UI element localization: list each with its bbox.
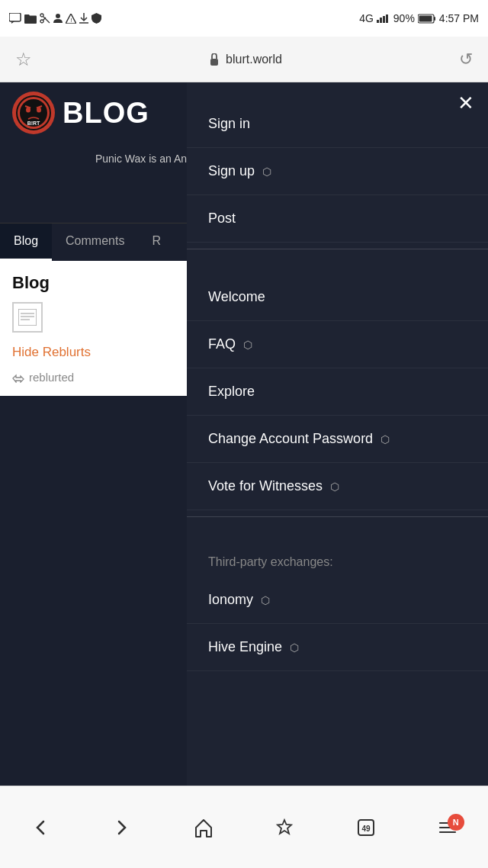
signin-label: Sign in <box>208 116 250 132</box>
menu-item-post[interactable]: Post <box>187 195 488 243</box>
url-text[interactable]: blurt.world <box>226 53 282 66</box>
svg-text:49: 49 <box>361 825 371 833</box>
person-icon <box>53 13 63 24</box>
menu-section-primary: Sign in Sign up ⬡ Post <box>187 82 488 243</box>
menu-button[interactable]: N <box>437 817 458 838</box>
menu-item-signin[interactable]: Sign in <box>187 101 488 148</box>
lock-icon <box>209 53 220 66</box>
tab-comments[interactable]: Comments <box>52 223 138 261</box>
tabs-icon: 49 <box>355 817 377 838</box>
svg-point-1 <box>40 14 43 17</box>
bookmark-button[interactable] <box>274 817 295 838</box>
star-bookmark-icon <box>274 817 295 838</box>
signal-bars-icon <box>377 14 390 23</box>
svg-rect-0 <box>9 13 21 21</box>
forward-button[interactable] <box>111 817 133 838</box>
hive-engine-external-icon: ⬡ <box>290 641 299 654</box>
chat-icon <box>9 13 21 24</box>
svg-rect-10 <box>380 18 382 23</box>
browser-bar: ☆ blurt.world ↺ <box>0 37 488 82</box>
status-bar: ! 4G 90% 4:57 PM <box>0 0 488 37</box>
bottom-nav: 49 N <box>0 786 488 868</box>
explore-label: Explore <box>208 384 255 400</box>
change-password-external-icon: ⬡ <box>380 433 390 445</box>
signup-label: Sign up <box>208 163 255 179</box>
menu-section-secondary: Welcome FAQ ⬡ Explore Change Account Pas… <box>187 274 488 510</box>
logo-face-svg: B!RT <box>17 96 50 130</box>
back-icon <box>30 817 51 838</box>
menu-item-vote-witnesses[interactable]: Vote for Witnesses ⬡ <box>187 463 488 510</box>
svg-rect-15 <box>419 15 432 21</box>
menu-divider-2 <box>187 516 488 517</box>
menu-divider-1 <box>187 249 488 249</box>
folder-icon <box>24 14 37 24</box>
reblurt-icon <box>12 372 24 383</box>
shield-icon <box>92 13 101 24</box>
tabs-button[interactable]: 49 <box>355 817 377 838</box>
menu-section-thirdparty: Third-party exchanges: Ionomy ⬡ Hive Eng… <box>187 542 488 671</box>
svg-rect-12 <box>386 14 388 23</box>
menu-item-change-password[interactable]: Change Account Password ⬡ <box>187 416 488 463</box>
svg-text:B!RT: B!RT <box>27 121 40 126</box>
menu-item-hive-engine[interactable]: Hive Engine ⬡ <box>187 624 488 671</box>
article-icon <box>18 309 37 326</box>
blog-title: BLOG <box>63 97 149 130</box>
forward-icon <box>111 817 133 838</box>
blurt-logo: B!RT <box>12 92 55 134</box>
status-icons-right: 4G 90% 4:57 PM <box>359 12 479 24</box>
change-password-label: Change Account Password <box>208 431 373 447</box>
menu-spacer-1 <box>187 256 488 274</box>
warning-icon: ! <box>66 14 76 24</box>
signup-external-icon: ⬡ <box>262 166 271 178</box>
signal-icon: 4G <box>359 12 374 24</box>
battery-icon <box>418 14 436 24</box>
svg-rect-26 <box>18 309 37 326</box>
svg-rect-9 <box>377 20 379 23</box>
download-icon <box>79 13 88 24</box>
home-icon <box>193 817 214 838</box>
reblurted-text: reblurted <box>29 371 74 384</box>
menu-item-welcome[interactable]: Welcome <box>187 274 488 321</box>
home-button[interactable] <box>193 817 214 838</box>
notification-badge: N <box>448 814 464 831</box>
time: 4:57 PM <box>439 12 479 24</box>
vote-witnesses-label: Vote for Witnesses <box>208 478 323 494</box>
svg-point-5 <box>56 14 60 18</box>
svg-text:!: ! <box>70 17 72 24</box>
hive-engine-label: Hive Engine <box>208 639 282 655</box>
back-button[interactable] <box>30 817 51 838</box>
browser-bookmark-icon[interactable]: ☆ <box>15 49 32 70</box>
ionomy-external-icon: ⬡ <box>261 594 270 606</box>
refresh-icon[interactable]: ↺ <box>459 50 473 69</box>
ionomy-label: Ionomy <box>208 592 253 608</box>
svg-rect-16 <box>210 59 218 66</box>
vote-witnesses-external-icon: ⬡ <box>330 481 339 493</box>
menu-item-signup[interactable]: Sign up ⬡ <box>187 148 488 195</box>
menu-item-ionomy[interactable]: Ionomy ⬡ <box>187 577 488 624</box>
overlay-menu: ✕ Sign in Sign up ⬡ Post Welcome FAQ ⬡ E… <box>187 82 488 868</box>
status-icons-left: ! <box>9 13 101 24</box>
url-bar[interactable]: blurt.world <box>209 53 282 66</box>
welcome-label: Welcome <box>208 289 265 305</box>
svg-point-2 <box>40 20 43 23</box>
svg-rect-11 <box>383 16 385 23</box>
tab-r[interactable]: R <box>138 223 175 261</box>
blurt-logo-inner: B!RT <box>14 93 53 133</box>
close-menu-button[interactable]: ✕ <box>458 93 474 113</box>
scissors-icon <box>40 13 50 24</box>
battery-percent: 90% <box>393 12 415 24</box>
menu-spacer-2 <box>187 523 488 542</box>
blog-article-icon <box>12 302 43 333</box>
tab-blog[interactable]: Blog <box>0 223 52 261</box>
post-label: Post <box>208 211 236 227</box>
faq-label: FAQ <box>208 336 236 352</box>
menu-item-explore[interactable]: Explore <box>187 368 488 416</box>
svg-rect-14 <box>434 17 435 21</box>
faq-external-icon: ⬡ <box>243 339 252 351</box>
thirdparty-label: Third-party exchanges: <box>187 542 488 577</box>
menu-item-faq[interactable]: FAQ ⬡ <box>187 321 488 368</box>
